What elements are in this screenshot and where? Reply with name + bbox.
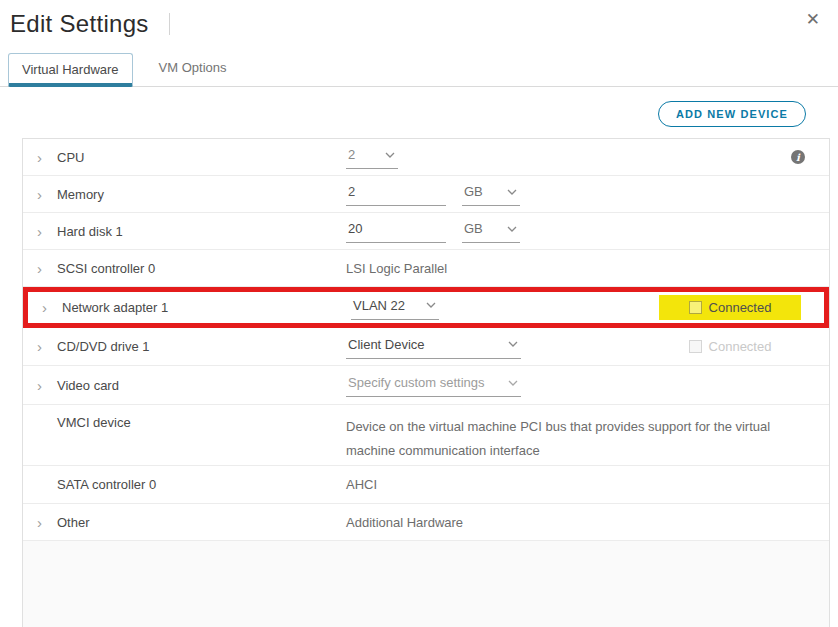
chevron-down-icon xyxy=(384,151,396,159)
cpu-count-select[interactable]: 2 xyxy=(346,145,398,169)
chevron-right-icon[interactable]: › xyxy=(28,300,62,315)
chevron-down-icon xyxy=(507,379,519,387)
table-empty-area xyxy=(23,541,829,627)
cddvd-source-select[interactable]: Client Device xyxy=(346,335,521,359)
hard-disk-unit-value: GB xyxy=(464,221,483,236)
device-label-video: Video card xyxy=(57,378,346,393)
other-hardware-value: Additional Hardware xyxy=(346,515,463,530)
network-portgroup-value: VLAN 22 xyxy=(353,298,405,313)
cddvd-connected-checkbox-group: Connected xyxy=(659,334,801,359)
network-portgroup-select[interactable]: VLAN 22 xyxy=(351,296,439,320)
cddvd-connected-checkbox xyxy=(689,340,702,353)
chevron-right-icon[interactable]: › xyxy=(23,261,57,276)
device-label-hard-disk: Hard disk 1 xyxy=(57,224,346,239)
sata-controller-type: AHCI xyxy=(346,477,377,492)
device-label-vmci: VMCI device xyxy=(57,415,346,430)
device-row-memory: › Memory GB xyxy=(23,176,829,213)
cddvd-source-value: Client Device xyxy=(348,337,425,352)
toolbar: ADD NEW DEVICE xyxy=(0,87,838,138)
chevron-down-icon xyxy=(506,188,518,196)
chevron-down-icon xyxy=(506,225,518,233)
device-label-other: Other xyxy=(57,515,346,530)
device-row-video: › Video card Specify custom settings xyxy=(23,366,829,405)
device-label-cpu: CPU xyxy=(57,150,346,165)
memory-size-input[interactable] xyxy=(346,182,446,206)
chevron-right-icon[interactable]: › xyxy=(23,515,57,530)
memory-unit-select[interactable]: GB xyxy=(462,182,520,206)
device-label-network: Network adapter 1 xyxy=(62,300,351,315)
device-row-sata: SATA controller 0 AHCI xyxy=(23,466,829,504)
device-row-vmci: VMCI device Device on the virtual machin… xyxy=(23,405,829,466)
chevron-right-icon[interactable]: › xyxy=(23,150,57,165)
scsi-controller-type: LSI Logic Parallel xyxy=(346,261,447,276)
dialog-header: Edit Settings ✕ xyxy=(0,0,838,38)
info-icon[interactable]: i xyxy=(791,150,805,164)
network-connected-checkbox-group[interactable]: Connected xyxy=(659,295,801,320)
video-card-settings-value: Specify custom settings xyxy=(348,375,485,390)
cddvd-connected-label: Connected xyxy=(709,339,772,354)
hardware-table: › CPU 2 i › Memory GB › Hard disk 1 GB xyxy=(22,138,830,627)
add-new-device-button[interactable]: ADD NEW DEVICE xyxy=(658,101,806,127)
device-label-cddvd: CD/DVD drive 1 xyxy=(57,339,346,354)
chevron-right-icon[interactable]: › xyxy=(23,378,57,393)
page-title: Edit Settings xyxy=(10,10,149,38)
device-label-memory: Memory xyxy=(57,187,346,202)
video-card-settings-select[interactable]: Specify custom settings xyxy=(346,373,521,397)
tab-virtual-hardware[interactable]: Virtual Hardware xyxy=(8,53,133,87)
chevron-right-icon[interactable]: › xyxy=(23,224,57,239)
device-row-cpu: › CPU 2 i xyxy=(23,139,829,176)
tab-bar: Virtual Hardware VM Options xyxy=(0,51,838,87)
device-label-scsi: SCSI controller 0 xyxy=(57,261,346,276)
device-row-other: › Other Additional Hardware xyxy=(23,504,829,541)
network-connected-checkbox[interactable] xyxy=(689,301,702,314)
chevron-right-icon[interactable]: › xyxy=(23,339,57,354)
chevron-down-icon xyxy=(507,340,519,348)
chevron-down-icon xyxy=(425,301,437,309)
device-row-network: › Network adapter 1 VLAN 22 Connected xyxy=(28,292,824,323)
hard-disk-unit-select[interactable]: GB xyxy=(462,219,520,243)
chevron-right-icon[interactable]: › xyxy=(23,187,57,202)
network-connected-label: Connected xyxy=(709,300,772,315)
device-row-scsi: › SCSI controller 0 LSI Logic Parallel xyxy=(23,250,829,287)
cpu-count-value: 2 xyxy=(348,147,355,162)
hard-disk-size-input[interactable] xyxy=(346,219,446,243)
device-label-sata: SATA controller 0 xyxy=(57,477,346,492)
vmci-description: Device on the virtual machine PCI bus th… xyxy=(346,415,814,463)
memory-unit-value: GB xyxy=(464,184,483,199)
device-row-hard-disk: › Hard disk 1 GB xyxy=(23,213,829,250)
tab-vm-options[interactable]: VM Options xyxy=(146,51,240,86)
title-separator xyxy=(169,13,170,35)
device-row-cddvd: › CD/DVD drive 1 Client Device Connected xyxy=(23,328,829,366)
network-row-highlight-box: › Network adapter 1 VLAN 22 Connected xyxy=(23,287,829,328)
close-icon[interactable]: ✕ xyxy=(806,11,820,28)
